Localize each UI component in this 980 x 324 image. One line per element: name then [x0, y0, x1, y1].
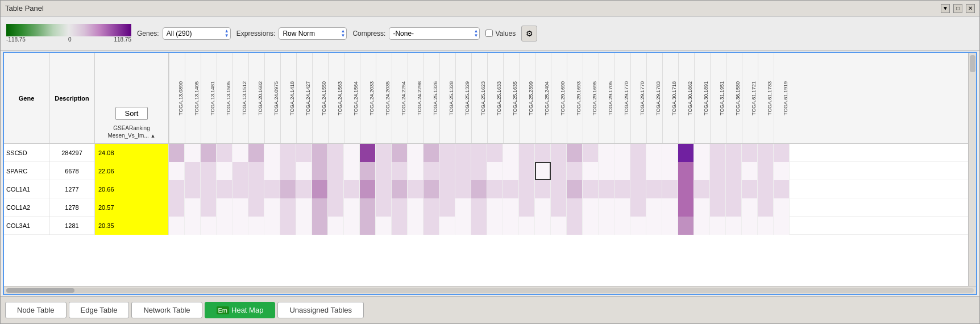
compress-select-wrapper[interactable]: -None- ▲▼: [389, 27, 480, 40]
heat-cell[interactable]: [614, 144, 630, 162]
heat-cell[interactable]: [487, 198, 503, 217]
heat-cell[interactable]: [551, 144, 567, 162]
genes-select-wrapper[interactable]: All (290) ▲▼: [163, 27, 231, 40]
heat-cell[interactable]: [408, 217, 423, 235]
heat-cell[interactable]: [280, 162, 296, 180]
heat-cell[interactable]: [280, 144, 296, 162]
heat-cell[interactable]: [280, 180, 296, 198]
values-checkbox[interactable]: [485, 30, 493, 37]
heat-cell[interactable]: [423, 198, 439, 217]
heat-cell[interactable]: [535, 144, 551, 162]
heat-cell[interactable]: [328, 180, 344, 198]
heat-cell[interactable]: [296, 180, 312, 198]
heat-cell[interactable]: [296, 162, 312, 180]
heat-cell[interactable]: [232, 217, 248, 235]
heat-cell[interactable]: [583, 198, 599, 217]
heat-cell[interactable]: [439, 144, 455, 162]
heat-cell[interactable]: [232, 162, 248, 180]
heat-cell[interactable]: [726, 180, 742, 198]
heat-cell[interactable]: [312, 180, 328, 198]
heat-cell[interactable]: [392, 144, 408, 162]
heat-cell[interactable]: [742, 162, 758, 180]
heat-cell[interactable]: [360, 162, 376, 180]
heat-cell[interactable]: [360, 198, 376, 217]
heat-cell[interactable]: [376, 162, 392, 180]
heat-cell[interactable]: [599, 180, 614, 198]
minimize-button[interactable]: ▼: [941, 4, 950, 13]
heat-cell[interactable]: [392, 162, 408, 180]
heat-cell[interactable]: [710, 217, 726, 235]
heat-cell[interactable]: [360, 144, 376, 162]
heat-cell[interactable]: [455, 217, 471, 235]
heat-cell[interactable]: [376, 180, 392, 198]
heat-cell[interactable]: [217, 198, 232, 217]
tab-network-table[interactable]: Network Table: [131, 302, 202, 318]
heat-cell[interactable]: [726, 217, 742, 235]
heat-cell[interactable]: [408, 180, 423, 198]
heat-cell[interactable]: [710, 144, 726, 162]
heat-cell[interactable]: [774, 180, 790, 198]
heat-cell[interactable]: [519, 162, 535, 180]
heat-cell[interactable]: [439, 162, 455, 180]
heat-cell[interactable]: [503, 217, 519, 235]
heat-cell[interactable]: [328, 162, 344, 180]
heat-cell[interactable]: [201, 144, 217, 162]
heat-cell[interactable]: [614, 180, 630, 198]
heat-cell[interactable]: [742, 198, 758, 217]
heat-cell[interactable]: [264, 180, 280, 198]
heat-cell[interactable]: [503, 180, 519, 198]
heat-cell[interactable]: [169, 217, 185, 235]
heat-cell[interactable]: [551, 162, 567, 180]
heat-cell[interactable]: [296, 217, 312, 235]
heat-cell[interactable]: [264, 198, 280, 217]
close-button[interactable]: ✕: [966, 4, 975, 13]
heat-cell[interactable]: [758, 217, 774, 235]
heat-cell[interactable]: [758, 144, 774, 162]
heat-cell[interactable]: [217, 180, 232, 198]
tab-heat-map[interactable]: EmHeat Map: [205, 302, 276, 318]
heat-cell[interactable]: [551, 217, 567, 235]
heat-cell[interactable]: [392, 217, 408, 235]
heat-cell[interactable]: [614, 198, 630, 217]
heat-cell[interactable]: [567, 198, 583, 217]
heat-cell[interactable]: [646, 144, 662, 162]
heat-cell[interactable]: [519, 180, 535, 198]
heat-cell[interactable]: [694, 180, 710, 198]
heat-cell[interactable]: [583, 162, 599, 180]
heat-cell[interactable]: [217, 162, 232, 180]
heat-cell[interactable]: [567, 144, 583, 162]
heat-cell[interactable]: [232, 198, 248, 217]
heat-cell[interactable]: [630, 198, 646, 217]
heat-cell[interactable]: [248, 180, 264, 198]
heat-cell[interactable]: [169, 162, 185, 180]
heat-cell[interactable]: [328, 144, 344, 162]
heat-cell[interactable]: [201, 198, 217, 217]
heat-cell[interactable]: [519, 144, 535, 162]
heat-cell[interactable]: [599, 162, 614, 180]
heat-cell[interactable]: [185, 144, 201, 162]
heat-cell[interactable]: [439, 198, 455, 217]
heat-cell[interactable]: [630, 162, 646, 180]
heat-cell[interactable]: [694, 144, 710, 162]
heat-cell[interactable]: [774, 217, 790, 235]
heat-cell[interactable]: [408, 144, 423, 162]
heat-cell[interactable]: [280, 198, 296, 217]
heat-cell[interactable]: [376, 198, 392, 217]
heat-cell[interactable]: [535, 198, 551, 217]
heat-cell[interactable]: [439, 180, 455, 198]
heat-cell[interactable]: [599, 144, 614, 162]
heat-cell[interactable]: [503, 198, 519, 217]
heat-cell[interactable]: [694, 198, 710, 217]
heat-cell[interactable]: [423, 162, 439, 180]
heat-cell[interactable]: [630, 144, 646, 162]
heat-cell[interactable]: [344, 180, 360, 198]
heat-cell[interactable]: [280, 217, 296, 235]
heat-cell[interactable]: [535, 217, 551, 235]
heat-cell[interactable]: [710, 180, 726, 198]
heat-cell[interactable]: [774, 144, 790, 162]
tab-node-table[interactable]: Node Table: [5, 302, 67, 318]
heat-cell[interactable]: [169, 180, 185, 198]
heat-cell[interactable]: [392, 180, 408, 198]
heat-cell[interactable]: [487, 144, 503, 162]
heat-cell[interactable]: [185, 198, 201, 217]
